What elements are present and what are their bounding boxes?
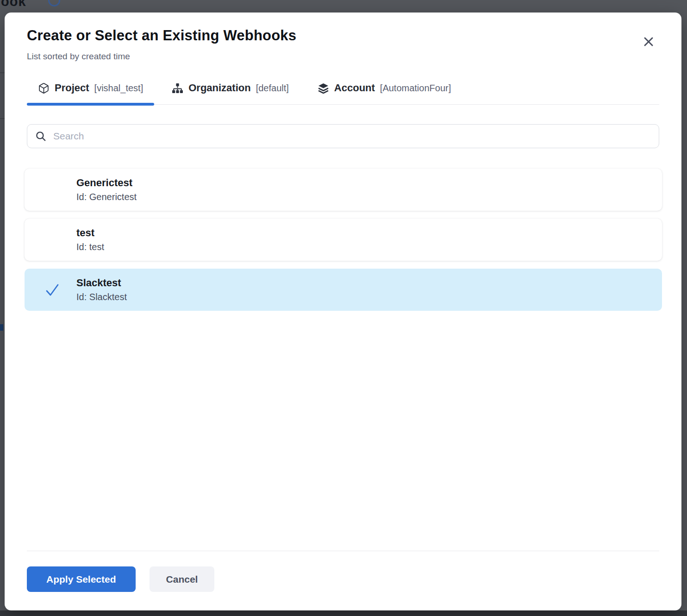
webhook-id: Id: Generictest: [76, 191, 662, 203]
webhook-name: test: [76, 226, 662, 239]
tab-account-label: Account: [334, 82, 375, 94]
background-bottom-band: [0, 610, 687, 616]
modal-title: Create or Select an Existing Webhooks: [27, 27, 659, 44]
close-icon: [643, 36, 655, 48]
webhook-id: Id: Slacktest: [76, 291, 662, 303]
modal-spacer: [27, 319, 659, 551]
close-button[interactable]: [640, 33, 657, 50]
modal-footer: Apply Selected Cancel: [27, 551, 659, 610]
tab-organization-label: Organization: [188, 82, 250, 94]
tab-organization-context: [default]: [256, 83, 289, 94]
background-divider: [0, 118, 5, 119]
webhook-name: Generictest: [76, 176, 662, 189]
check-slot: [43, 181, 62, 199]
tab-project-label: Project: [55, 82, 89, 94]
webhooks-modal: Create or Select an Existing Webhooks Li…: [5, 13, 681, 610]
tab-project-context: [vishal_test]: [94, 83, 144, 94]
tab-project[interactable]: Project [vishal_test]: [27, 80, 154, 104]
tab-account-context: [AutomationFour]: [380, 83, 451, 94]
tab-organization[interactable]: Organization [default]: [161, 80, 300, 104]
layers-icon: [318, 82, 329, 94]
list-item-slacktest[interactable]: Slacktest Id: Slacktest: [25, 269, 662, 311]
background-divider: [0, 72, 5, 73]
list-item-test[interactable]: test Id: test: [25, 219, 662, 261]
cancel-button[interactable]: Cancel: [150, 566, 215, 592]
sitemap-icon: [172, 82, 183, 94]
check-slot: [43, 231, 62, 249]
search-box: [27, 124, 659, 148]
modal-header: Create or Select an Existing Webhooks Li…: [27, 13, 659, 62]
webhook-list: Generictest Id: Generictest test Id: tes…: [25, 169, 662, 319]
background-text-fragment: ook: [1, 0, 26, 9]
list-item-generictest[interactable]: Generictest Id: Generictest: [25, 169, 662, 211]
webhook-name: Slacktest: [76, 277, 662, 289]
modal-subtitle: List sorted by created time: [27, 51, 659, 62]
background-accent-fragment: [0, 324, 3, 331]
scope-tab-bar: Project [vishal_test] Organization [defa…: [27, 80, 659, 105]
search-icon: [35, 130, 47, 142]
webhook-id: Id: test: [76, 241, 662, 253]
cube-icon: [38, 82, 50, 94]
info-icon: [48, 0, 60, 6]
search-input[interactable]: [53, 131, 651, 142]
tab-account[interactable]: Account [AutomationFour]: [306, 80, 462, 104]
apply-selected-button[interactable]: Apply Selected: [27, 566, 136, 592]
check-icon: [43, 281, 62, 299]
